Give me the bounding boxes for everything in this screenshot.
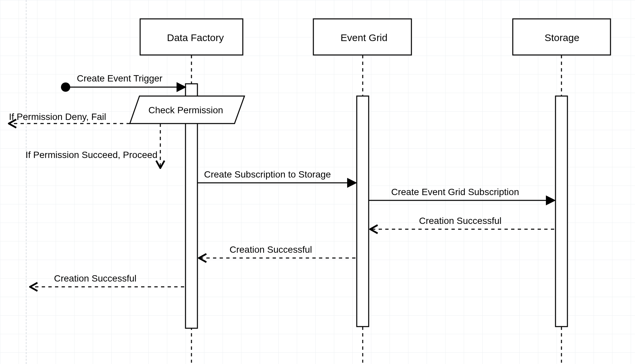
- msg-success-sg-eg-label: Creation Successful: [419, 216, 502, 226]
- participant-data-factory-label: Data Factory: [167, 33, 224, 43]
- participant-event-grid-label: Event Grid: [341, 33, 388, 43]
- msg-create-subscription-label: Create Subscription to Storage: [204, 170, 331, 179]
- msg-perm-succeed-label: If Permission Succeed, Proceed: [26, 150, 157, 160]
- process-check-permission-label: Check Permission: [148, 106, 223, 115]
- activation-storage: [556, 96, 567, 327]
- msg-perm-deny-label: If Permission Deny, Fail: [9, 112, 106, 122]
- msg-success-eg-df-label: Creation Successful: [230, 245, 312, 254]
- participant-storage-label: Storage: [545, 33, 579, 43]
- msg-create-eg-subscription-label: Create Event Grid Subscription: [391, 187, 519, 197]
- msg-success-df-caller-label: Creation Successful: [54, 274, 136, 283]
- activation-event-grid: [357, 96, 369, 327]
- msg-create-event-trigger-label: Create Event Trigger: [77, 74, 162, 83]
- diagram-canvas: [0, 0, 635, 364]
